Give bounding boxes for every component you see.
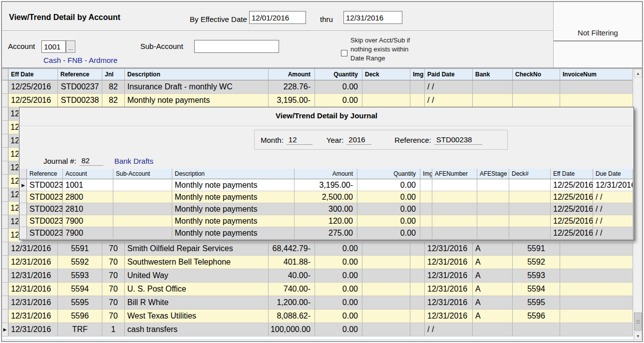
cell[interactable]: [362, 256, 410, 269]
column-header-bank[interactable]: Bank: [473, 69, 513, 80]
cell[interactable]: [513, 94, 560, 107]
cell[interactable]: 0.00: [315, 242, 362, 256]
cell[interactable]: U. S. Post Office: [125, 283, 269, 296]
cell[interactable]: [509, 215, 551, 227]
cell[interactable]: 12/25/2016: [551, 215, 593, 227]
scroll-down-icon[interactable]: ▼: [634, 332, 642, 340]
cell[interactable]: 12/25/2016: [8, 94, 58, 107]
cell[interactable]: / /: [425, 80, 473, 94]
cell[interactable]: [420, 227, 432, 239]
row-selector[interactable]: [20, 203, 27, 215]
cell[interactable]: [560, 310, 633, 323]
column-header-invoicenum[interactable]: InvoiceNum: [560, 69, 633, 80]
column-header-sub-account[interactable]: Sub-Account: [113, 169, 172, 179]
cell[interactable]: 12/31/2016: [425, 283, 473, 296]
cell[interactable]: Monthly note payments: [172, 179, 295, 191]
cell[interactable]: / /: [593, 191, 633, 203]
cell[interactable]: 12/31/2016: [425, 310, 473, 323]
skip-checkbox[interactable]: [341, 50, 347, 56]
journal-number-value[interactable]: 82: [79, 156, 103, 166]
cell[interactable]: 0.00: [315, 310, 362, 323]
cell[interactable]: 0.00: [315, 269, 362, 283]
cell[interactable]: [410, 80, 425, 94]
cell[interactable]: [477, 179, 509, 191]
cell[interactable]: 275.00: [295, 227, 357, 239]
not-filtering-button[interactable]: Not Filtering: [554, 26, 642, 39]
cell[interactable]: 7900: [63, 227, 113, 239]
row-selector[interactable]: [2, 283, 8, 296]
cell[interactable]: [477, 227, 509, 239]
cell[interactable]: [362, 283, 410, 296]
cell[interactable]: 12/31/2016: [8, 323, 58, 337]
table-row[interactable]: STD002387900Monthly note payments275.000…: [20, 227, 633, 239]
column-header-paid-date[interactable]: Paid Date: [425, 69, 473, 80]
cell[interactable]: 12/25/2016: [8, 80, 58, 94]
cell[interactable]: 0.00: [315, 256, 362, 269]
cell[interactable]: [560, 269, 633, 283]
cell[interactable]: 228.76-: [269, 80, 315, 94]
cell[interactable]: Insurance Draft - monthly WC: [125, 80, 269, 94]
cell[interactable]: 8,088.62-: [269, 310, 315, 323]
column-header-eff-date[interactable]: Eff Date: [8, 69, 58, 80]
cell[interactable]: [432, 203, 477, 215]
column-header-amount[interactable]: Amount: [295, 169, 357, 179]
table-row-partially-hidden[interactable]: 12: [2, 202, 19, 215]
cell[interactable]: STD00238: [27, 179, 63, 191]
cell[interactable]: [113, 215, 172, 227]
column-header-amount[interactable]: Amount: [269, 69, 315, 80]
cell[interactable]: 2,500.00: [295, 191, 357, 203]
cell[interactable]: A: [473, 296, 513, 310]
cell[interactable]: Monthly note payments: [125, 94, 269, 107]
year-value[interactable]: 2016: [346, 135, 371, 145]
column-header-deck-[interactable]: Deck#: [509, 169, 551, 179]
cell[interactable]: [410, 269, 425, 283]
cell[interactable]: / /: [593, 203, 633, 215]
cell[interactable]: Smith Oilfield Repair Services: [125, 242, 269, 256]
cell[interactable]: 0.00: [315, 296, 362, 310]
cell[interactable]: [560, 80, 633, 94]
cell[interactable]: 12/31/2016: [8, 310, 58, 323]
table-row[interactable]: 12/31/2016559670West Texas Utilities8,08…: [2, 310, 633, 323]
table-row-partially-hidden[interactable]: 12: [2, 107, 19, 121]
table-row-partially-hidden[interactable]: 12: [2, 121, 19, 134]
cell[interactable]: [473, 323, 513, 337]
row-selector[interactable]: [2, 310, 8, 323]
cell[interactable]: 82: [102, 94, 125, 107]
cell[interactable]: [410, 323, 425, 337]
cell[interactable]: 5592: [58, 256, 102, 269]
cell[interactable]: 12/31/2016: [8, 242, 58, 256]
cell[interactable]: [362, 242, 410, 256]
reference-value[interactable]: STD00238: [434, 135, 482, 145]
cell[interactable]: [560, 283, 633, 296]
cell[interactable]: [509, 191, 551, 203]
table-row[interactable]: 12/31/2016559370United Way40.00-0.0012/3…: [2, 269, 633, 283]
table-row-partially-hidden[interactable]: 12: [2, 161, 19, 175]
cell[interactable]: 1,200.00-: [269, 296, 315, 310]
sub-account-input[interactable]: [194, 40, 279, 53]
cell[interactable]: 2800: [63, 191, 113, 203]
cell[interactable]: [473, 94, 513, 107]
cell[interactable]: 12/31/2016: [425, 242, 473, 256]
cell[interactable]: Bill R White: [125, 296, 269, 310]
table-row[interactable]: STD002382800Monthly note payments2,500.0…: [20, 191, 633, 203]
cell[interactable]: A: [473, 256, 513, 269]
cell[interactable]: STD00238: [27, 215, 63, 227]
cell[interactable]: West Texas Utilities: [125, 310, 269, 323]
cell[interactable]: 5593: [58, 269, 102, 283]
cell[interactable]: / /: [425, 94, 473, 107]
cell[interactable]: [362, 310, 410, 323]
cell[interactable]: Southwestern Bell Telephone: [125, 256, 269, 269]
row-selector[interactable]: [2, 256, 8, 269]
cell[interactable]: [113, 227, 172, 239]
table-row-partially-hidden[interactable]: 12: [2, 188, 19, 202]
column-header-jnl[interactable]: Jnl: [102, 69, 125, 80]
cell[interactable]: [410, 256, 425, 269]
cell[interactable]: [113, 191, 172, 203]
cell[interactable]: Monthly note payments: [172, 191, 295, 203]
cell[interactable]: [362, 323, 410, 337]
cell[interactable]: [509, 179, 551, 191]
cell[interactable]: 0.00: [357, 227, 420, 239]
cell[interactable]: / /: [593, 215, 633, 227]
cell[interactable]: 70: [102, 269, 125, 283]
scroll-up-icon[interactable]: ▲: [634, 69, 642, 77]
